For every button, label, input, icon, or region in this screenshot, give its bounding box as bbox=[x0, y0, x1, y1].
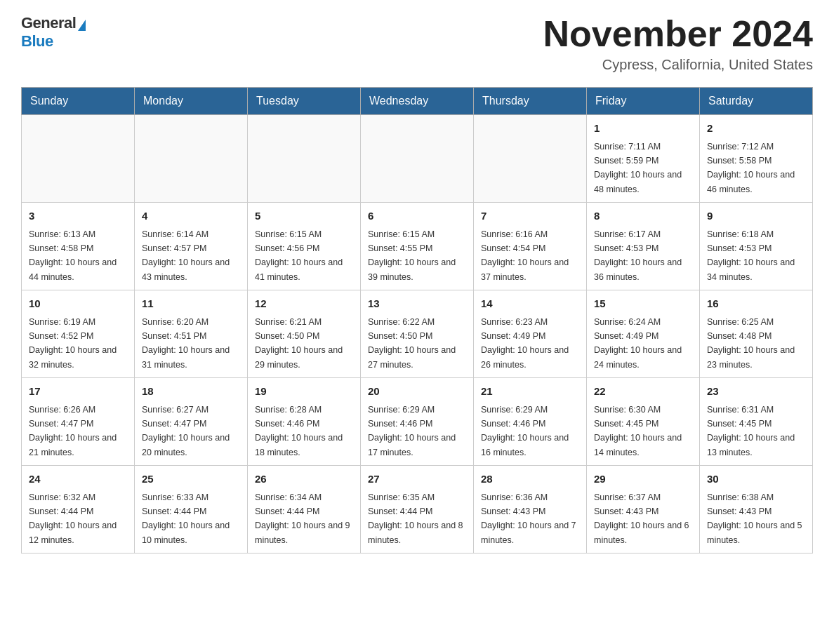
calendar-cell: 27Sunrise: 6:35 AM Sunset: 4:44 PM Dayli… bbox=[361, 466, 474, 554]
day-info: Sunrise: 7:11 AM Sunset: 5:59 PM Dayligh… bbox=[594, 142, 682, 194]
day-number: 2 bbox=[707, 121, 805, 137]
calendar-cell: 16Sunrise: 6:25 AM Sunset: 4:48 PM Dayli… bbox=[700, 290, 813, 378]
calendar-cell: 19Sunrise: 6:28 AM Sunset: 4:46 PM Dayli… bbox=[248, 378, 361, 466]
calendar-cell: 8Sunrise: 6:17 AM Sunset: 4:53 PM Daylig… bbox=[587, 203, 700, 290]
day-number: 20 bbox=[368, 384, 466, 400]
day-number: 5 bbox=[255, 208, 353, 224]
weekday-header-friday: Friday bbox=[587, 88, 700, 115]
week-row-4: 17Sunrise: 6:26 AM Sunset: 4:47 PM Dayli… bbox=[22, 378, 813, 466]
day-info: Sunrise: 6:24 AM Sunset: 4:49 PM Dayligh… bbox=[594, 317, 682, 370]
calendar-cell: 5Sunrise: 6:15 AM Sunset: 4:56 PM Daylig… bbox=[248, 203, 361, 290]
week-row-5: 24Sunrise: 6:32 AM Sunset: 4:44 PM Dayli… bbox=[22, 466, 813, 554]
day-number: 6 bbox=[368, 208, 466, 224]
calendar-cell bbox=[135, 115, 248, 203]
day-number: 22 bbox=[594, 384, 692, 400]
calendar-cell bbox=[361, 115, 474, 203]
day-info: Sunrise: 6:14 AM Sunset: 4:57 PM Dayligh… bbox=[142, 229, 230, 282]
day-info: Sunrise: 6:13 AM Sunset: 4:58 PM Dayligh… bbox=[29, 229, 117, 282]
day-number: 25 bbox=[142, 471, 240, 488]
calendar-cell: 2Sunrise: 7:12 AM Sunset: 5:58 PM Daylig… bbox=[700, 115, 813, 203]
day-info: Sunrise: 6:22 AM Sunset: 4:50 PM Dayligh… bbox=[368, 317, 456, 370]
day-info: Sunrise: 6:19 AM Sunset: 4:52 PM Dayligh… bbox=[29, 317, 117, 370]
day-number: 3 bbox=[29, 208, 127, 224]
logo: General Blue bbox=[21, 14, 86, 51]
day-info: Sunrise: 6:34 AM Sunset: 4:44 PM Dayligh… bbox=[255, 492, 350, 545]
calendar-cell bbox=[248, 115, 361, 203]
location: Cypress, California, United States bbox=[543, 57, 813, 73]
logo-triangle-icon bbox=[78, 20, 86, 31]
calendar-cell: 14Sunrise: 6:23 AM Sunset: 4:49 PM Dayli… bbox=[474, 290, 587, 378]
day-number: 16 bbox=[707, 296, 805, 312]
calendar-cell: 25Sunrise: 6:33 AM Sunset: 4:44 PM Dayli… bbox=[135, 466, 248, 554]
day-info: Sunrise: 6:27 AM Sunset: 4:47 PM Dayligh… bbox=[142, 405, 230, 457]
calendar-table: SundayMondayTuesdayWednesdayThursdayFrid… bbox=[21, 87, 813, 554]
day-info: Sunrise: 6:31 AM Sunset: 4:45 PM Dayligh… bbox=[707, 405, 795, 457]
calendar-cell: 29Sunrise: 6:37 AM Sunset: 4:43 PM Dayli… bbox=[587, 466, 700, 554]
weekday-header-thursday: Thursday bbox=[474, 88, 587, 115]
month-title: November 2024 bbox=[543, 14, 813, 54]
calendar-cell: 9Sunrise: 6:18 AM Sunset: 4:53 PM Daylig… bbox=[700, 203, 813, 290]
day-info: Sunrise: 6:33 AM Sunset: 4:44 PM Dayligh… bbox=[142, 492, 230, 545]
calendar-cell: 10Sunrise: 6:19 AM Sunset: 4:52 PM Dayli… bbox=[22, 290, 135, 378]
day-info: Sunrise: 6:23 AM Sunset: 4:49 PM Dayligh… bbox=[481, 317, 569, 370]
calendar-cell: 17Sunrise: 6:26 AM Sunset: 4:47 PM Dayli… bbox=[22, 378, 135, 466]
day-number: 19 bbox=[255, 384, 353, 400]
day-number: 28 bbox=[481, 471, 579, 488]
day-number: 17 bbox=[29, 384, 127, 400]
day-number: 8 bbox=[594, 208, 692, 224]
day-info: Sunrise: 6:36 AM Sunset: 4:43 PM Dayligh… bbox=[481, 492, 576, 545]
calendar-cell: 1Sunrise: 7:11 AM Sunset: 5:59 PM Daylig… bbox=[587, 115, 700, 203]
calendar-cell: 7Sunrise: 6:16 AM Sunset: 4:54 PM Daylig… bbox=[474, 203, 587, 290]
day-number: 7 bbox=[481, 208, 579, 224]
title-section: November 2024 Cypress, California, Unite… bbox=[543, 14, 813, 73]
week-row-2: 3Sunrise: 6:13 AM Sunset: 4:58 PM Daylig… bbox=[22, 203, 813, 290]
calendar-cell: 30Sunrise: 6:38 AM Sunset: 4:43 PM Dayli… bbox=[700, 466, 813, 554]
weekday-header-wednesday: Wednesday bbox=[361, 88, 474, 115]
day-number: 4 bbox=[142, 208, 240, 224]
day-number: 18 bbox=[142, 384, 240, 400]
day-number: 30 bbox=[707, 471, 805, 488]
day-number: 11 bbox=[142, 296, 240, 312]
day-number: 13 bbox=[368, 296, 466, 312]
day-number: 9 bbox=[707, 208, 805, 224]
calendar-cell: 28Sunrise: 6:36 AM Sunset: 4:43 PM Dayli… bbox=[474, 466, 587, 554]
calendar-cell: 20Sunrise: 6:29 AM Sunset: 4:46 PM Dayli… bbox=[361, 378, 474, 466]
day-info: Sunrise: 6:30 AM Sunset: 4:45 PM Dayligh… bbox=[594, 405, 682, 457]
calendar-cell bbox=[474, 115, 587, 203]
weekday-header-tuesday: Tuesday bbox=[248, 88, 361, 115]
calendar-cell: 23Sunrise: 6:31 AM Sunset: 4:45 PM Dayli… bbox=[700, 378, 813, 466]
week-row-1: 1Sunrise: 7:11 AM Sunset: 5:59 PM Daylig… bbox=[22, 115, 813, 203]
day-number: 21 bbox=[481, 384, 579, 400]
calendar-cell: 4Sunrise: 6:14 AM Sunset: 4:57 PM Daylig… bbox=[135, 203, 248, 290]
day-info: Sunrise: 6:37 AM Sunset: 4:43 PM Dayligh… bbox=[594, 492, 689, 545]
day-info: Sunrise: 6:15 AM Sunset: 4:55 PM Dayligh… bbox=[368, 229, 456, 282]
day-number: 23 bbox=[707, 384, 805, 400]
day-number: 29 bbox=[594, 471, 692, 488]
week-row-3: 10Sunrise: 6:19 AM Sunset: 4:52 PM Dayli… bbox=[22, 290, 813, 378]
calendar-cell: 18Sunrise: 6:27 AM Sunset: 4:47 PM Dayli… bbox=[135, 378, 248, 466]
day-number: 14 bbox=[481, 296, 579, 312]
day-info: Sunrise: 6:28 AM Sunset: 4:46 PM Dayligh… bbox=[255, 405, 343, 457]
calendar-cell: 24Sunrise: 6:32 AM Sunset: 4:44 PM Dayli… bbox=[22, 466, 135, 554]
calendar-cell: 13Sunrise: 6:22 AM Sunset: 4:50 PM Dayli… bbox=[361, 290, 474, 378]
day-number: 26 bbox=[255, 471, 353, 488]
weekday-header-sunday: Sunday bbox=[22, 88, 135, 115]
day-number: 1 bbox=[594, 121, 692, 137]
day-number: 15 bbox=[594, 296, 692, 312]
day-info: Sunrise: 7:12 AM Sunset: 5:58 PM Dayligh… bbox=[707, 142, 795, 194]
day-info: Sunrise: 6:26 AM Sunset: 4:47 PM Dayligh… bbox=[29, 405, 117, 457]
day-info: Sunrise: 6:29 AM Sunset: 4:46 PM Dayligh… bbox=[481, 405, 569, 457]
day-info: Sunrise: 6:15 AM Sunset: 4:56 PM Dayligh… bbox=[255, 229, 343, 282]
day-info: Sunrise: 6:38 AM Sunset: 4:43 PM Dayligh… bbox=[707, 492, 802, 545]
calendar-cell: 21Sunrise: 6:29 AM Sunset: 4:46 PM Dayli… bbox=[474, 378, 587, 466]
day-number: 24 bbox=[29, 471, 127, 488]
day-info: Sunrise: 6:35 AM Sunset: 4:44 PM Dayligh… bbox=[368, 492, 463, 545]
weekday-header-row: SundayMondayTuesdayWednesdayThursdayFrid… bbox=[22, 88, 813, 115]
calendar-cell: 11Sunrise: 6:20 AM Sunset: 4:51 PM Dayli… bbox=[135, 290, 248, 378]
page-header: General Blue November 2024 Cypress, Cali… bbox=[21, 14, 813, 73]
calendar-cell bbox=[22, 115, 135, 203]
calendar-cell: 26Sunrise: 6:34 AM Sunset: 4:44 PM Dayli… bbox=[248, 466, 361, 554]
day-info: Sunrise: 6:16 AM Sunset: 4:54 PM Dayligh… bbox=[481, 229, 569, 282]
day-info: Sunrise: 6:25 AM Sunset: 4:48 PM Dayligh… bbox=[707, 317, 795, 370]
weekday-header-monday: Monday bbox=[135, 88, 248, 115]
